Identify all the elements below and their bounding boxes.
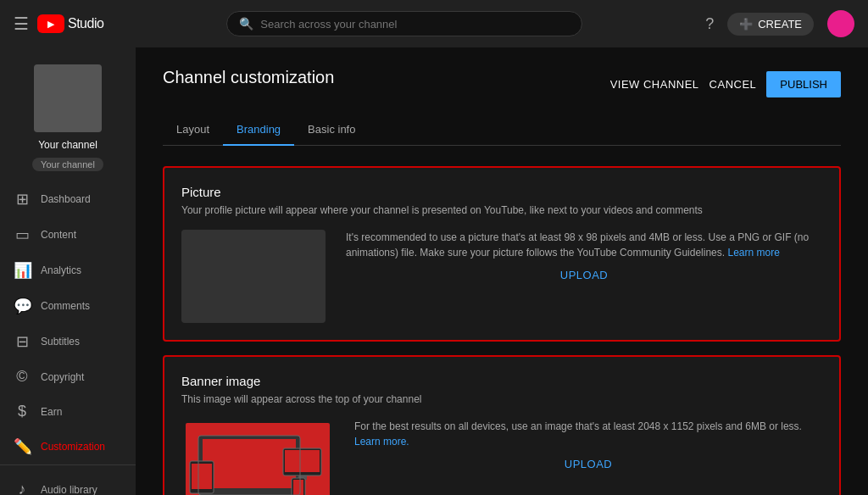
customization-icon: ✏️ <box>14 437 31 456</box>
sidebar-item-earn[interactable]: $ Earn <box>0 394 136 429</box>
channel-info: Your channel Your channel <box>0 54 136 181</box>
picture-upload-button[interactable]: UPLOAD <box>346 269 822 281</box>
topbar: ☰ Studio 🔍 ? ➕ CREATE <box>0 0 868 47</box>
avatar[interactable] <box>827 10 854 37</box>
banner-learn-more[interactable]: Learn more. <box>354 436 409 448</box>
sidebar-item-content[interactable]: ▭ Content <box>0 217 136 253</box>
sidebar-bottom: ♪ Audio library ⚙ Settings ⚑ Send feedba… <box>0 464 136 495</box>
sidebar-item-audio-library[interactable]: ♪ Audio library <box>0 472 136 495</box>
tabs: Layout Branding Basic info <box>163 114 841 146</box>
content-area: Channel customization VIEW CHANNEL CANCE… <box>136 47 868 495</box>
sidebar-item-comments[interactable]: 💬 Comments <box>0 288 136 324</box>
picture-info: It's recommended to use a picture that's… <box>346 230 822 323</box>
banner-description: This image will appear across the top of… <box>181 393 822 405</box>
picture-section: Picture Your profile picture will appear… <box>163 166 841 342</box>
svg-rect-10 <box>293 480 303 495</box>
channel-name: Your channel <box>38 139 97 151</box>
content-inner: Channel customization VIEW CHANNEL CANCE… <box>163 68 841 495</box>
picture-thumbnail <box>181 230 326 323</box>
tab-basic-info[interactable]: Basic info <box>294 114 369 146</box>
create-label: CREATE <box>758 18 802 31</box>
picture-preview <box>181 230 326 323</box>
main-layout: Your channel Your channel ⊞ Dashboard ▭ … <box>0 47 868 495</box>
sidebar-item-label: Copyright <box>41 371 84 383</box>
topbar-left: ☰ Studio <box>14 14 103 34</box>
comments-icon: 💬 <box>14 297 31 315</box>
cancel-button[interactable]: CANCEL <box>709 78 757 91</box>
channel-link[interactable]: Your channel <box>32 158 103 171</box>
topbar-right: ? ➕ CREATE <box>705 10 854 37</box>
sidebar-item-label: Customization <box>41 441 105 453</box>
help-icon[interactable]: ? <box>705 15 714 33</box>
dashboard-icon: ⊞ <box>14 190 31 209</box>
banner-preview <box>181 419 334 495</box>
svg-rect-8 <box>192 464 212 489</box>
create-icon: ➕ <box>739 18 753 31</box>
content-icon: ▭ <box>14 225 31 244</box>
view-channel-button[interactable]: VIEW CHANNEL <box>610 78 699 91</box>
sidebar-item-label: Dashboard <box>41 193 91 205</box>
yt-play-icon <box>37 14 64 33</box>
picture-info-text: It's recommended to use a picture that's… <box>346 230 822 260</box>
sidebar-item-label: Comments <box>41 300 90 312</box>
sidebar-item-dashboard[interactable]: ⊞ Dashboard <box>0 181 136 217</box>
banner-section: Banner image This image will appear acro… <box>163 355 841 495</box>
banner-devices-illustration <box>181 419 334 495</box>
search-area: 🔍 <box>114 11 695 36</box>
analytics-icon: 📊 <box>14 261 31 280</box>
studio-label: Studio <box>68 16 103 31</box>
banner-title: Banner image <box>181 374 822 388</box>
audio-icon: ♪ <box>14 481 31 495</box>
publish-button[interactable]: PUBLISH <box>766 71 841 97</box>
sidebar-item-analytics[interactable]: 📊 Analytics <box>0 253 136 288</box>
picture-body: It's recommended to use a picture that's… <box>181 230 822 323</box>
svg-rect-5 <box>285 450 320 472</box>
banner-info-text: For the best results on all devices, use… <box>354 419 822 449</box>
sidebar: Your channel Your channel ⊞ Dashboard ▭ … <box>0 47 136 495</box>
banner-info: For the best results on all devices, use… <box>354 419 822 495</box>
banner-upload-button[interactable]: UPLOAD <box>354 458 822 470</box>
tab-branding[interactable]: Branding <box>223 114 294 146</box>
search-input[interactable] <box>260 18 570 31</box>
picture-title: Picture <box>181 185 822 199</box>
copyright-icon: © <box>14 368 31 386</box>
subtitles-icon: ⊟ <box>14 332 31 351</box>
sidebar-item-copyright[interactable]: © Copyright <box>0 359 136 394</box>
banner-body: For the best results on all devices, use… <box>181 419 822 495</box>
sidebar-item-customization[interactable]: ✏️ Customization <box>0 429 136 464</box>
sidebar-item-label: Earn <box>41 406 62 418</box>
page-title: Channel customization <box>163 68 334 87</box>
tab-layout[interactable]: Layout <box>163 114 223 146</box>
sidebar-item-subtitles[interactable]: ⊟ Subtitles <box>0 324 136 359</box>
channel-thumbnail <box>34 64 102 132</box>
search-icon: 🔍 <box>239 17 253 31</box>
menu-icon[interactable]: ☰ <box>14 14 29 34</box>
picture-description: Your profile picture will appear where y… <box>181 204 822 216</box>
create-button[interactable]: ➕ CREATE <box>727 13 814 36</box>
page-actions: VIEW CHANNEL CANCEL PUBLISH <box>610 71 841 97</box>
sidebar-item-label: Audio library <box>41 484 97 496</box>
search-box: 🔍 <box>226 11 582 36</box>
picture-learn-more[interactable]: Learn more <box>727 247 779 259</box>
sidebar-item-label: Analytics <box>41 264 81 276</box>
sidebar-item-label: Subtitles <box>41 336 80 348</box>
svg-rect-2 <box>203 439 296 488</box>
sidebar-item-label: Content <box>41 229 76 241</box>
youtube-logo[interactable]: Studio <box>37 14 103 33</box>
earn-icon: $ <box>14 403 31 420</box>
